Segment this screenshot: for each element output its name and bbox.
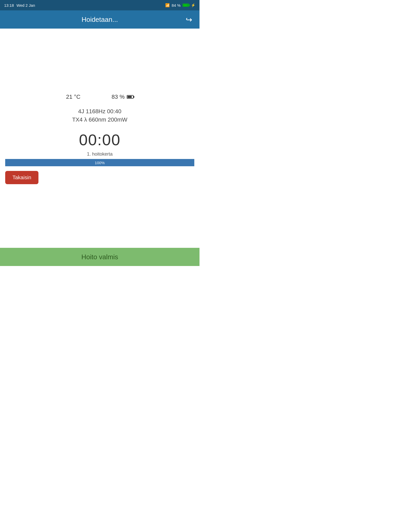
status-date: Wed 2 Jan bbox=[17, 3, 35, 8]
header-back-button[interactable]: ↩ bbox=[182, 13, 195, 26]
battery-icon bbox=[183, 4, 189, 7]
complete-button-label: Hoito valmis bbox=[81, 253, 118, 261]
session-label: 1. hoitokerta bbox=[87, 151, 112, 157]
page-title: Hoidetaan... bbox=[82, 16, 118, 24]
treatment-params-line2: TX4 λ 660nm 200mW bbox=[72, 116, 128, 123]
status-bar-right: 📶 84 % ⚡ bbox=[165, 3, 195, 8]
progress-label: 100% bbox=[95, 161, 105, 165]
complete-button[interactable]: Hoito valmis bbox=[0, 248, 200, 266]
sensor-readings: 21 °C 83 % bbox=[66, 94, 133, 100]
progress-container: 100% bbox=[5, 159, 194, 166]
treatment-timer: 00:00 bbox=[79, 131, 121, 149]
progress-bar-wrapper: 100% bbox=[5, 159, 194, 166]
status-bar-left: 13:18 Wed 2 Jan bbox=[4, 3, 35, 8]
charging-icon: ⚡ bbox=[191, 3, 195, 7]
back-arrow-icon: ↩ bbox=[186, 15, 192, 24]
treatment-params-line1: 4J 1168Hz 00:40 bbox=[72, 108, 128, 115]
app-header: Hoidetaan... ↩ bbox=[0, 10, 200, 29]
device-battery-icon bbox=[127, 95, 134, 99]
main-content: 21 °C 83 % 4J 1168Hz 00:40 TX4 λ 660nm 2… bbox=[0, 29, 200, 266]
treatment-info: 4J 1168Hz 00:40 TX4 λ 660nm 200mW bbox=[72, 108, 128, 123]
device-battery-value: 83 % bbox=[112, 94, 134, 100]
status-bar: 13:18 Wed 2 Jan 📶 84 % ⚡ bbox=[0, 0, 200, 10]
battery-percent-label: 84 % bbox=[172, 3, 181, 8]
status-time: 13:18 bbox=[4, 3, 14, 8]
wifi-icon: 📶 bbox=[165, 3, 170, 7]
temperature-value: 21 °C bbox=[66, 94, 80, 100]
takaisin-button[interactable]: Takaisin bbox=[5, 171, 38, 184]
